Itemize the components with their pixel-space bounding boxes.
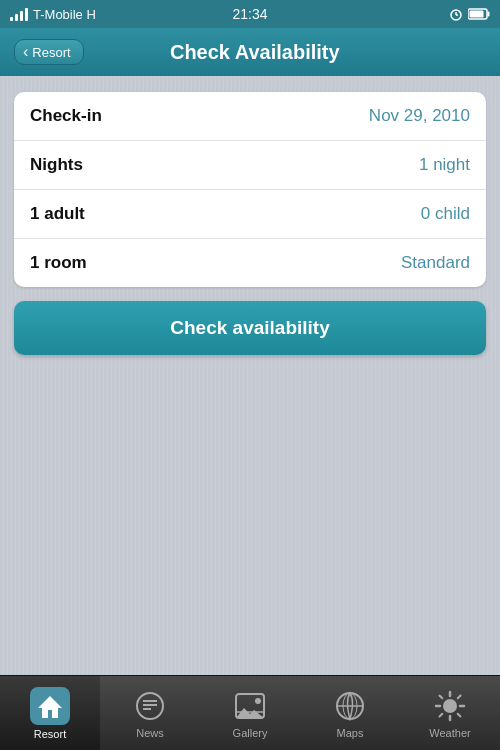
svg-rect-5 — [470, 11, 484, 18]
news-icon — [132, 688, 168, 724]
svg-point-18 — [443, 699, 457, 713]
back-chevron-icon: ‹ — [23, 44, 28, 60]
tab-news[interactable]: News — [100, 676, 200, 750]
svg-point-14 — [255, 698, 261, 704]
tab-news-label: News — [136, 727, 164, 739]
time-display: 21:34 — [232, 6, 267, 22]
alarm-icon — [449, 7, 463, 21]
gallery-icon — [232, 688, 268, 724]
maps-icon — [332, 688, 368, 724]
tab-weather[interactable]: Weather — [400, 676, 500, 750]
back-label: Resort — [32, 45, 70, 60]
room-type-value: Standard — [401, 253, 470, 273]
svg-marker-13 — [236, 708, 264, 718]
nights-value: 1 night — [419, 155, 470, 175]
nights-label: Nights — [30, 155, 83, 175]
carrier-info: T-Mobile H — [10, 7, 96, 22]
svg-line-24 — [458, 713, 461, 716]
tab-maps-label: Maps — [337, 727, 364, 739]
weather-icon — [432, 688, 468, 724]
carrier-label: T-Mobile H — [33, 7, 96, 22]
page-title: Check Availability — [84, 41, 426, 64]
check-availability-button[interactable]: Check availability — [14, 301, 486, 355]
table-row[interactable]: Nights 1 night — [14, 141, 486, 190]
tab-maps[interactable]: Maps — [300, 676, 400, 750]
back-button[interactable]: ‹ Resort — [14, 39, 84, 65]
table-row[interactable]: Check-in Nov 29, 2010 — [14, 92, 486, 141]
header: ‹ Resort Check Availability — [0, 28, 500, 76]
status-bar: T-Mobile H 21:34 — [0, 0, 500, 28]
tab-bar: Resort News Gallery — [0, 675, 500, 750]
svg-line-26 — [440, 713, 443, 716]
tab-gallery[interactable]: Gallery — [200, 676, 300, 750]
svg-rect-4 — [488, 12, 490, 17]
tab-resort[interactable]: Resort — [0, 676, 100, 750]
battery-icon — [468, 8, 490, 20]
signal-icon — [10, 7, 28, 21]
checkin-value: Nov 29, 2010 — [369, 106, 470, 126]
child-value: 0 child — [421, 204, 470, 224]
rooms-label: 1 room — [30, 253, 87, 273]
table-row[interactable]: 1 adult 0 child — [14, 190, 486, 239]
tab-resort-label: Resort — [34, 728, 66, 740]
table-row[interactable]: 1 room Standard — [14, 239, 486, 287]
svg-line-23 — [440, 695, 443, 698]
svg-line-25 — [458, 695, 461, 698]
main-content: Check-in Nov 29, 2010 Nights 1 night 1 a… — [0, 76, 500, 675]
checkin-label: Check-in — [30, 106, 102, 126]
tab-weather-label: Weather — [429, 727, 470, 739]
adults-label: 1 adult — [30, 204, 85, 224]
status-icons — [449, 7, 490, 21]
tab-gallery-label: Gallery — [233, 727, 268, 739]
home-icon — [30, 687, 70, 725]
info-card: Check-in Nov 29, 2010 Nights 1 night 1 a… — [14, 92, 486, 287]
svg-marker-6 — [38, 696, 62, 718]
